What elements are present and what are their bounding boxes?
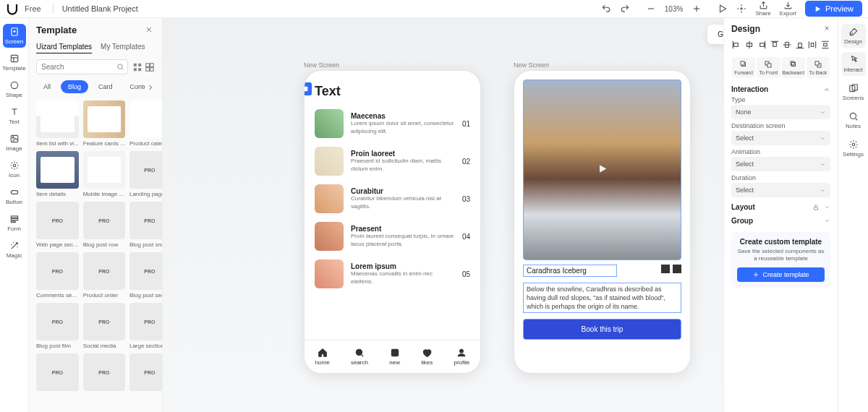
nav-likes[interactable]: likes xyxy=(421,348,433,366)
animation-select[interactable]: Select xyxy=(731,157,830,171)
rail-shape[interactable]: Shape xyxy=(3,77,26,101)
app-logo[interactable] xyxy=(6,2,19,15)
chip-card[interactable]: Card xyxy=(91,80,120,93)
rail-magic[interactable]: Magic xyxy=(3,238,26,262)
nav-search[interactable]: search xyxy=(351,348,368,366)
nav-home[interactable]: home xyxy=(315,348,330,366)
large-grid-view-button[interactable] xyxy=(145,62,155,72)
template-item[interactable]: Feature cards ... xyxy=(83,100,125,147)
zoom-out-button[interactable] xyxy=(642,1,660,17)
template-item[interactable]: Social media xyxy=(83,303,125,349)
tab-my-templates[interactable]: My Templates xyxy=(101,43,145,53)
trip-title[interactable]: Caradhras Iceberg xyxy=(523,265,617,277)
template-item[interactable]: Product categ... xyxy=(129,100,163,147)
interaction-header[interactable]: Interaction xyxy=(731,85,830,93)
zoom-in-button[interactable] xyxy=(687,1,706,17)
template-item[interactable]: Blog post secti xyxy=(129,252,163,299)
undo-button[interactable] xyxy=(597,1,616,17)
rail-image[interactable]: Image xyxy=(3,131,26,155)
align-right-icon[interactable] xyxy=(757,40,767,50)
nav-new[interactable]: new xyxy=(389,348,400,366)
right-rail-design[interactable]: Design xyxy=(841,24,866,48)
preview-button[interactable]: Preview xyxy=(805,1,862,17)
project-title[interactable]: Untitled Blank Project xyxy=(62,4,138,13)
list-item[interactable]: Lorem ipsum Maecenas convallis in enim n… xyxy=(305,255,480,293)
template-item[interactable]: Item details xyxy=(36,151,79,197)
align-center-v-icon[interactable] xyxy=(782,40,792,50)
rail-button[interactable]: Button xyxy=(3,184,26,208)
screen-2-device[interactable]: Caradhras Iceberg Below the snowline, Ca… xyxy=(514,70,691,374)
distribute-h-icon[interactable] xyxy=(807,40,817,50)
template-item[interactable]: Large section xyxy=(129,303,163,349)
plan-badge[interactable]: Free xyxy=(25,4,41,13)
rail-form[interactable]: Form xyxy=(3,211,26,235)
grid-view-button[interactable] xyxy=(132,62,142,72)
template-item[interactable]: Mobile image ... xyxy=(83,151,125,197)
hero-image[interactable] xyxy=(523,80,681,260)
align-bottom-icon[interactable] xyxy=(795,40,805,50)
menu-icon[interactable] xyxy=(673,265,681,273)
right-rail-notes[interactable]: Notes xyxy=(841,108,866,132)
template-item[interactable]: Blog post sno... xyxy=(129,202,163,248)
order-forward[interactable]: Forward xyxy=(732,57,755,78)
type-select[interactable]: None xyxy=(731,105,830,119)
screen-1-device[interactable]: Text Maecenas Lorem ipsum dolor sit amet… xyxy=(304,70,481,374)
share-button[interactable]: Share xyxy=(751,1,775,17)
align-left-icon[interactable] xyxy=(731,40,741,50)
template-item[interactable]: Web page sec... xyxy=(36,202,79,248)
chip-all[interactable]: All xyxy=(36,80,58,93)
right-rail-settings[interactable]: Settings xyxy=(841,137,866,160)
list-item[interactable]: Proin laoreet Praesent id sollicitudin d… xyxy=(305,142,480,180)
bookmark-icon[interactable] xyxy=(661,265,670,273)
chip-blog[interactable]: Blog xyxy=(61,80,88,93)
align-center-h-icon[interactable] xyxy=(744,40,754,50)
design-panel-close[interactable] xyxy=(823,25,830,33)
trip-description[interactable]: Below the snowline, Caradhras is describ… xyxy=(523,283,681,313)
nav-profile[interactable]: profile xyxy=(454,348,470,366)
play-button[interactable] xyxy=(713,1,732,17)
chips-next-button[interactable] xyxy=(145,82,155,93)
template-item[interactable]: Blog post film xyxy=(36,303,79,349)
template-search-input[interactable] xyxy=(36,59,128,74)
template-item[interactable]: Landing page... xyxy=(129,151,163,197)
screen-1-heading[interactable]: Text xyxy=(305,71,480,105)
template-item[interactable] xyxy=(36,353,79,393)
align-top-icon[interactable] xyxy=(770,40,780,50)
book-trip-button[interactable]: Book this trip xyxy=(523,319,681,340)
play-icon[interactable] xyxy=(597,163,608,177)
right-rail-interact[interactable]: Interact xyxy=(841,52,866,76)
rail-icon[interactable]: Icon xyxy=(3,158,26,181)
destination-select[interactable]: Select xyxy=(731,131,830,145)
export-button[interactable]: Export xyxy=(775,1,801,17)
group-header[interactable]: Group xyxy=(731,217,830,225)
panel-close-button[interactable] xyxy=(143,24,155,35)
selection-badge[interactable] xyxy=(304,82,312,95)
template-item[interactable]: Product order xyxy=(83,252,125,299)
template-item[interactable]: Comments se... xyxy=(36,252,79,299)
screen-2-label[interactable]: New Screen xyxy=(514,61,691,69)
template-item[interactable]: Blog post row xyxy=(83,202,125,248)
template-item[interactable] xyxy=(129,353,163,393)
handoff-button[interactable] xyxy=(732,1,751,17)
tab-uizard-templates[interactable]: Uizard Templates xyxy=(36,43,92,53)
duration-select[interactable]: Select xyxy=(731,183,830,197)
order-to-back[interactable]: To Back xyxy=(807,57,830,78)
layout-header[interactable]: Layout xyxy=(731,203,830,211)
redo-button[interactable] xyxy=(616,1,634,17)
zoom-value[interactable]: 103% xyxy=(662,5,686,13)
canvas[interactable]: New Screen Text Maecenas Lorem ipsum dol… xyxy=(163,18,723,412)
list-item[interactable]: Maecenas Lorem ipsum dolor sit amet, con… xyxy=(305,105,480,142)
rail-screen[interactable]: Screen xyxy=(3,24,26,48)
rail-template[interactable]: Template xyxy=(3,51,26,74)
rail-text[interactable]: Text xyxy=(3,104,26,128)
list-item[interactable]: Praesent Proin laoreet consequat turpis,… xyxy=(305,218,480,255)
right-rail-screens[interactable]: Screens xyxy=(841,80,866,104)
order-backward[interactable]: Backward xyxy=(782,57,805,78)
list-item[interactable]: Curabitur Curabitur bibendum vehicula ni… xyxy=(305,180,480,218)
screen-1-label[interactable]: New Screen xyxy=(304,61,481,69)
template-item[interactable] xyxy=(83,353,125,393)
distribute-v-icon[interactable] xyxy=(820,40,830,50)
order-to-front[interactable]: To Front xyxy=(757,57,780,78)
template-item[interactable]: Item list with vi... xyxy=(36,100,79,147)
create-template-button[interactable]: Create template xyxy=(737,267,825,282)
